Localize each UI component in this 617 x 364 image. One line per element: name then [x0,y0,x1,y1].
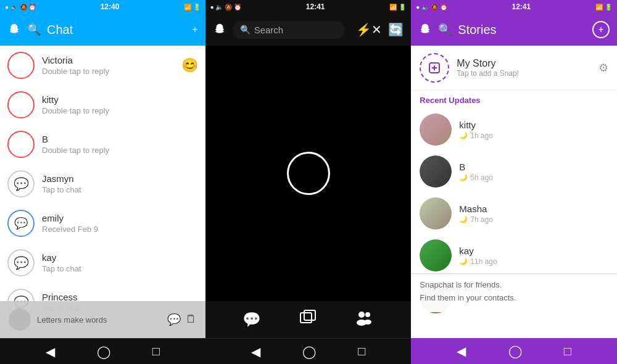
story-info-kay: kay 🌙 11h ago [459,246,608,266]
camera-shutter-area[interactable] [205,46,412,301]
home-nav-stories[interactable]: ◯ [508,344,522,358]
memories-icon[interactable] [298,308,318,331]
story-info-masha: Masha 🌙 7h ago [459,204,608,224]
avatar-emily: 💬 [7,210,35,237]
story-item-masha[interactable]: Masha 🌙 7h ago [411,192,617,234]
chat-title: Chat [47,23,186,37]
chat-emoji-victoria: 😊 [181,57,198,73]
notif-copy-icon[interactable]: 🗒 [186,313,197,326]
svg-point-2 [358,312,365,318]
my-story-sub: Tap to add a Snap! [457,69,591,78]
status-bar-icons-left: ● 🔈 🔕 ⏰ [5,4,36,10]
chat-sub-emily: Received Feb 9 [42,225,198,234]
time-icon-masha: 🌙 [459,215,468,223]
status-bar-icons-right: 📶🔋 [184,4,201,10]
status-bar-time-stories: 12:41 [512,2,531,11]
chat-item-kitty[interactable]: kitty Double tap to reply [0,85,205,125]
stories-icon-camera[interactable]: 💬 [242,311,261,328]
chat-item-emily[interactable]: 💬 emily Received Feb 9 [0,204,205,243]
snap-friend-line1: Snapchat is for friends. [420,280,608,289]
search-bar[interactable]: 🔍 Search [233,21,346,39]
chat-item-victoria[interactable]: Victoria Double tap to reply 😊 [0,46,205,85]
back-nav-stories[interactable]: ◀ [457,344,466,358]
chat-name-victoria: Victoria [42,55,174,65]
story-item-b[interactable]: B 🌙 5h ago [411,151,617,192]
notif-chat-icon[interactable]: 💬 [167,313,181,326]
story-list: kitty 🌙 1h ago B 🌙 5h ago [411,109,617,338]
add-story-header-button[interactable]: + [592,21,610,38]
home-nav-camera[interactable]: ◯ [302,344,316,359]
story-item-kay[interactable]: kay 🌙 11h ago [411,234,617,276]
svg-point-5 [364,320,371,325]
chat-item-jasmyn[interactable]: 💬 Jasmyn Tap to chat [0,164,205,204]
snapchat-ghost-stories-icon [418,23,432,36]
search-placeholder: Search [254,25,284,35]
search-icon-chat[interactable]: 🔍 [27,23,41,36]
settings-gear-icon[interactable]: ⚙ [598,61,608,75]
notif-icons: 💬 🗒 [167,313,197,326]
chat-sub-b: Double tap to reply [42,146,198,155]
chat-item-b[interactable]: B Double tap to reply [0,125,205,164]
chat-info-kitty: kitty Double tap to reply [42,94,198,115]
recent-updates-label: Recent Updates [411,91,617,109]
my-story-section[interactable]: My Story Tap to add a Snap! ⚙ [411,46,617,90]
flash-off-icon[interactable]: ⚡✕ [356,22,382,37]
chat-sub-kitty: Double tap to reply [42,106,198,115]
avatar-kay: 💬 [7,249,35,276]
story-avatar-b [420,155,452,188]
status-icons-left-stories: ● 🔈 🔕 ⏰ [416,4,447,10]
camera-flip-icon[interactable]: 🔄 [388,22,404,37]
status-icons-left-camera: ● 🔈 🔕 ⏰ [210,4,241,10]
status-bar-stories: ● 🔈 🔕 ⏰ 12:41 📶🔋 [411,0,617,14]
shutter-ring[interactable] [287,152,330,195]
notif-avatar [9,308,31,331]
chat-name-jasmyn: Jasmyn [42,173,198,184]
add-story-button[interactable] [420,53,449,83]
search-magnifier-icon: 🔍 [240,25,251,35]
avatar-kitty [7,91,35,118]
back-nav-icon[interactable]: ◀ [46,344,55,359]
friends-icon-camera[interactable] [354,308,374,331]
story-time-kay: 11h ago [470,257,497,266]
story-name-b: B [459,162,608,172]
story-name-kitty: kitty [459,120,608,130]
recents-nav-camera[interactable]: □ [358,344,365,358]
story-time-b: 5h ago [470,173,493,182]
status-bar-time-chat: 12:40 [101,2,120,11]
new-chat-button[interactable]: + [192,24,197,35]
status-bar-camera: ● 🔈 🔕 ⏰ 12:41 📶🔋 [205,0,412,14]
notification-overlay: Letters make words 💬 🗒 [0,301,205,338]
story-avatar-masha [420,197,452,230]
chat-info-victoria: Victoria Double tap to reply [42,55,174,76]
story-avatar-kay [420,239,452,271]
chat-nav-bar: ◀ ◯ □ [0,338,205,364]
notif-text: Letters make words [37,315,161,325]
chat-item-kay[interactable]: 💬 kay Tap to chat [0,243,205,283]
recents-nav-stories[interactable]: □ [564,344,571,358]
search-icon-stories[interactable]: 🔍 [438,23,452,36]
camera-view: 💬 ◀ ◯ □ [205,46,412,364]
stories-title: Stories [458,23,586,37]
stories-header: 🔍 Stories + [411,14,617,46]
chat-name-b: B [42,134,198,144]
chat-sub-victoria: Double tap to reply [42,67,174,76]
avatar-victoria [7,52,35,79]
recents-nav-icon[interactable]: □ [152,344,160,358]
story-item-kitty[interactable]: kitty 🌙 1h ago [411,109,617,151]
chat-info-b: B Double tap to reply [42,134,198,155]
back-nav-camera[interactable]: ◀ [251,344,260,359]
snap-friend-line2: Find them in your contacts. [420,293,608,302]
snap-friend-overlay: Snapchat is for friends. Find them in yo… [411,273,617,312]
status-icons-right-stories: 📶🔋 [595,4,612,10]
story-avatar-kitty [420,114,452,146]
status-bar-chat: ● 🔈 🔕 ⏰ 12:40 📶🔋 [0,0,205,14]
chat-name-emily: emily [42,213,198,223]
camera-nav-bar: ◀ ◯ □ [205,338,412,364]
time-icon-kay: 🌙 [459,257,468,265]
time-icon-kitty: 🌙 [459,131,468,139]
my-story-info: My Story Tap to add a Snap! [457,58,591,78]
home-nav-icon[interactable]: ◯ [97,344,110,359]
status-bar-time-camera: 12:41 [306,2,325,11]
chat-info-jasmyn: Jasmyn Tap to chat [42,173,198,194]
avatar-b [7,131,35,158]
